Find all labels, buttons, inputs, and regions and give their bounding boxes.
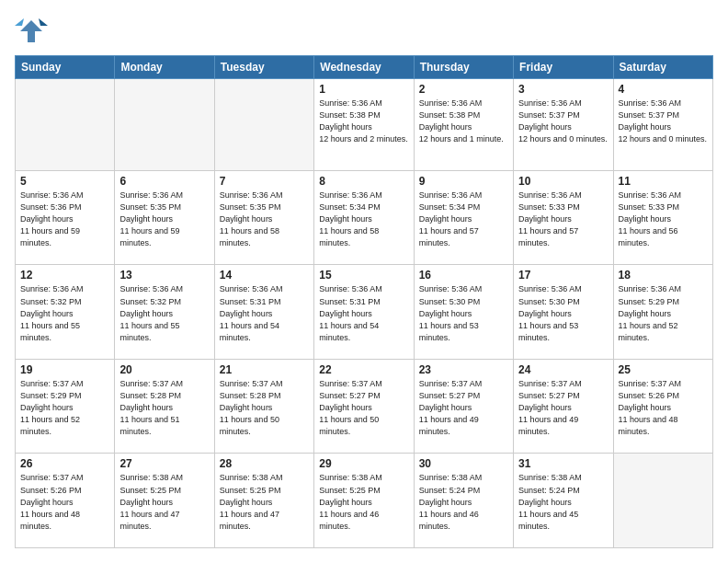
day-number: 10 [518, 175, 608, 188]
day-cell: 17Sunrise: 5:36 AMSunset: 5:30 PMDayligh… [514, 265, 613, 360]
day-number: 8 [319, 175, 408, 188]
day-info: Sunrise: 5:38 AMSunset: 5:25 PMDaylight … [119, 472, 209, 532]
day-info: Sunrise: 5:36 AMSunset: 5:32 PMDaylight … [20, 283, 109, 343]
day-number: 30 [419, 457, 508, 470]
day-cell: 29Sunrise: 5:38 AMSunset: 5:25 PMDayligh… [314, 454, 414, 548]
day-cell: 24Sunrise: 5:37 AMSunset: 5:27 PMDayligh… [514, 359, 613, 454]
day-info: Sunrise: 5:36 AMSunset: 5:37 PMDaylight … [518, 98, 608, 145]
day-info: Sunrise: 5:38 AMSunset: 5:25 PMDaylight … [319, 472, 408, 532]
day-info: Sunrise: 5:36 AMSunset: 5:30 PMDaylight … [419, 283, 508, 343]
day-number: 12 [20, 269, 109, 282]
day-cell [214, 79, 313, 171]
day-cell: 22Sunrise: 5:37 AMSunset: 5:27 PMDayligh… [314, 359, 414, 454]
day-info: Sunrise: 5:36 AMSunset: 5:38 PMDaylight … [319, 98, 408, 145]
day-info: Sunrise: 5:38 AMSunset: 5:24 PMDaylight … [419, 472, 508, 532]
day-number: 14 [220, 269, 309, 282]
day-cell: 9Sunrise: 5:36 AMSunset: 5:34 PMDaylight… [414, 170, 513, 265]
day-number: 28 [220, 457, 309, 470]
day-cell: 2Sunrise: 5:36 AMSunset: 5:38 PMDaylight… [414, 79, 513, 171]
day-number: 16 [419, 269, 508, 282]
day-cell: 6Sunrise: 5:36 AMSunset: 5:35 PMDaylight… [115, 170, 214, 265]
day-number: 26 [20, 457, 109, 470]
day-number: 29 [319, 457, 408, 470]
day-cell: 5Sunrise: 5:36 AMSunset: 5:36 PMDaylight… [16, 170, 115, 265]
day-cell: 13Sunrise: 5:36 AMSunset: 5:32 PMDayligh… [115, 265, 214, 360]
day-cell: 15Sunrise: 5:36 AMSunset: 5:31 PMDayligh… [314, 265, 414, 360]
weekday-wednesday: Wednesday [314, 56, 414, 79]
day-number: 31 [518, 457, 608, 470]
day-cell: 4Sunrise: 5:36 AMSunset: 5:37 PMDaylight… [613, 79, 712, 171]
day-cell [16, 79, 115, 171]
day-number: 21 [220, 363, 309, 376]
logo [15, 15, 51, 48]
day-info: Sunrise: 5:36 AMSunset: 5:32 PMDaylight … [119, 283, 209, 343]
day-number: 24 [518, 363, 608, 376]
day-number: 18 [619, 269, 708, 282]
day-info: Sunrise: 5:36 AMSunset: 5:34 PMDaylight … [419, 190, 508, 249]
day-info: Sunrise: 5:36 AMSunset: 5:33 PMDaylight … [619, 190, 708, 249]
day-number: 6 [119, 175, 209, 188]
day-info: Sunrise: 5:36 AMSunset: 5:30 PMDaylight … [518, 283, 608, 343]
day-cell: 20Sunrise: 5:37 AMSunset: 5:28 PMDayligh… [115, 359, 214, 454]
day-number: 23 [419, 363, 508, 376]
day-cell: 21Sunrise: 5:37 AMSunset: 5:28 PMDayligh… [214, 359, 313, 454]
day-cell: 28Sunrise: 5:38 AMSunset: 5:25 PMDayligh… [214, 454, 313, 548]
week-row-2: 5Sunrise: 5:36 AMSunset: 5:36 PMDaylight… [16, 170, 713, 265]
day-cell: 19Sunrise: 5:37 AMSunset: 5:29 PMDayligh… [16, 359, 115, 454]
day-number: 15 [319, 269, 408, 282]
day-info: Sunrise: 5:36 AMSunset: 5:34 PMDaylight … [319, 190, 408, 249]
day-info: Sunrise: 5:37 AMSunset: 5:29 PMDaylight … [20, 378, 109, 438]
day-info: Sunrise: 5:37 AMSunset: 5:27 PMDaylight … [518, 378, 608, 438]
day-cell: 7Sunrise: 5:36 AMSunset: 5:35 PMDaylight… [214, 170, 313, 265]
day-number: 11 [619, 175, 708, 188]
week-row-1: 1Sunrise: 5:36 AMSunset: 5:38 PMDaylight… [16, 79, 713, 171]
day-number: 5 [20, 175, 109, 188]
weekday-saturday: Saturday [613, 56, 712, 79]
day-info: Sunrise: 5:37 AMSunset: 5:28 PMDaylight … [119, 378, 209, 438]
day-number: 7 [220, 175, 309, 188]
day-number: 13 [119, 269, 209, 282]
day-cell: 27Sunrise: 5:38 AMSunset: 5:25 PMDayligh… [115, 454, 214, 548]
day-cell [115, 79, 214, 171]
weekday-sunday: Sunday [16, 56, 115, 79]
logo-icon [15, 15, 48, 48]
day-cell: 1Sunrise: 5:36 AMSunset: 5:38 PMDaylight… [314, 79, 414, 171]
day-info: Sunrise: 5:36 AMSunset: 5:31 PMDaylight … [220, 283, 309, 343]
day-info: Sunrise: 5:36 AMSunset: 5:35 PMDaylight … [119, 190, 209, 249]
day-cell: 25Sunrise: 5:37 AMSunset: 5:26 PMDayligh… [613, 359, 712, 454]
day-cell: 10Sunrise: 5:36 AMSunset: 5:33 PMDayligh… [514, 170, 613, 265]
weekday-thursday: Thursday [414, 56, 513, 79]
week-row-3: 12Sunrise: 5:36 AMSunset: 5:32 PMDayligh… [16, 265, 713, 360]
day-cell: 23Sunrise: 5:37 AMSunset: 5:27 PMDayligh… [414, 359, 513, 454]
day-cell: 31Sunrise: 5:38 AMSunset: 5:24 PMDayligh… [514, 454, 613, 548]
day-info: Sunrise: 5:37 AMSunset: 5:26 PMDaylight … [619, 378, 708, 438]
day-number: 25 [619, 363, 708, 376]
day-cell: 30Sunrise: 5:38 AMSunset: 5:24 PMDayligh… [414, 454, 513, 548]
day-info: Sunrise: 5:38 AMSunset: 5:24 PMDaylight … [518, 472, 608, 532]
day-info: Sunrise: 5:36 AMSunset: 5:37 PMDaylight … [619, 98, 708, 145]
day-info: Sunrise: 5:36 AMSunset: 5:38 PMDaylight … [419, 98, 508, 145]
day-number: 2 [419, 83, 508, 96]
header [15, 15, 713, 48]
week-row-4: 19Sunrise: 5:37 AMSunset: 5:29 PMDayligh… [16, 359, 713, 454]
weekday-tuesday: Tuesday [214, 56, 313, 79]
day-number: 20 [119, 363, 209, 376]
day-info: Sunrise: 5:37 AMSunset: 5:27 PMDaylight … [419, 378, 508, 438]
day-cell: 11Sunrise: 5:36 AMSunset: 5:33 PMDayligh… [613, 170, 712, 265]
day-number: 19 [20, 363, 109, 376]
day-number: 22 [319, 363, 408, 376]
day-cell: 26Sunrise: 5:37 AMSunset: 5:26 PMDayligh… [16, 454, 115, 548]
day-info: Sunrise: 5:38 AMSunset: 5:25 PMDaylight … [220, 472, 309, 532]
day-info: Sunrise: 5:36 AMSunset: 5:36 PMDaylight … [20, 190, 109, 249]
day-info: Sunrise: 5:37 AMSunset: 5:28 PMDaylight … [220, 378, 309, 438]
weekday-monday: Monday [115, 56, 214, 79]
day-number: 17 [518, 269, 608, 282]
day-number: 3 [518, 83, 608, 96]
calendar-table: SundayMondayTuesdayWednesdayThursdayFrid… [15, 55, 713, 548]
day-number: 1 [319, 83, 408, 96]
day-info: Sunrise: 5:37 AMSunset: 5:27 PMDaylight … [319, 378, 408, 438]
week-row-5: 26Sunrise: 5:37 AMSunset: 5:26 PMDayligh… [16, 454, 713, 548]
page: SundayMondayTuesdayWednesdayThursdayFrid… [0, 0, 728, 563]
day-info: Sunrise: 5:36 AMSunset: 5:31 PMDaylight … [319, 283, 408, 343]
weekday-friday: Friday [514, 56, 613, 79]
